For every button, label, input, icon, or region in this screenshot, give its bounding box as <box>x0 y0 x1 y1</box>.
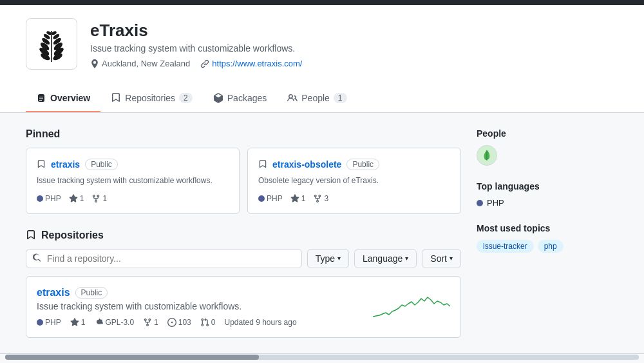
search-input[interactable] <box>26 249 302 268</box>
horizontal-scrollbar[interactable] <box>0 353 644 361</box>
repo-row-etraxis: etraxis Public Issue tracking system wit… <box>26 276 461 338</box>
lang-item-php: PHP <box>477 198 618 208</box>
pinned-card-lang-2: PHP <box>258 194 283 203</box>
search-icon <box>32 253 41 264</box>
pinned-lang-text-1: PHP <box>45 194 61 203</box>
lang-dot-2 <box>258 195 265 202</box>
sort-filter-button[interactable]: Sort ▾ <box>422 249 461 268</box>
org-location-text: Auckland, New Zealand <box>102 59 190 68</box>
sort-filter-label: Sort <box>430 253 447 264</box>
sidebar-topics-section: Most used topics issue-tracker php <box>477 223 618 253</box>
star-icon-1 <box>69 194 78 203</box>
language-filter-button[interactable]: Language ▾ <box>354 249 417 268</box>
pinned-card-visibility-2: Public <box>346 159 379 170</box>
repo-row-link[interactable]: etraxis <box>37 287 70 299</box>
fork-icon-1 <box>91 194 100 203</box>
packages-nav-icon <box>213 93 223 103</box>
pinned-forks-2[interactable]: 3 <box>313 194 328 203</box>
nav-tabs: Overview Repositories 2 Packages People … <box>26 85 618 112</box>
topic-issue-tracker[interactable]: issue-tracker <box>477 240 534 253</box>
repo-row-lang: PHP <box>37 318 61 327</box>
repo-icon-2 <box>258 160 267 169</box>
repo-row-issues[interactable]: 103 <box>167 318 191 327</box>
language-filter-chevron: ▾ <box>405 255 408 262</box>
repo-row-stats: PHP 1 GPL-3.0 1 <box>37 318 373 327</box>
tab-repositories[interactable]: Repositories 2 <box>100 85 203 112</box>
profile-header: eTraxis Issue tracking system with custo… <box>0 5 644 113</box>
repos-nav-icon <box>111 93 121 103</box>
tab-people[interactable]: People 1 <box>277 85 357 112</box>
right-sidebar: People Top languages PHP <box>477 128 618 338</box>
topics-list: issue-tracker php <box>477 240 618 253</box>
org-meta: Auckland, New Zealand https://www.etraxi… <box>90 59 302 68</box>
pinned-grid: etraxis Public Issue tracking system wit… <box>26 148 461 214</box>
sidebar-top-languages-title: Top languages <box>477 181 618 191</box>
repo-row-prs[interactable]: 0 <box>200 318 216 327</box>
repo-fork-icon <box>143 318 152 327</box>
repo-row-license: GPL-3.0 <box>94 318 134 327</box>
org-website[interactable]: https://www.etraxis.com/ <box>200 59 302 68</box>
profile-info: eTraxis Issue tracking system with custo… <box>26 18 618 80</box>
repositories-section-title: Repositories <box>26 230 461 241</box>
tab-overview[interactable]: Overview <box>26 85 100 112</box>
type-filter-chevron: ▾ <box>337 255 341 262</box>
pinned-lang-text-2: PHP <box>267 194 283 203</box>
pinned-card-lang-1: PHP <box>37 194 61 203</box>
pinned-card-desc-1: Issue tracking system with customizable … <box>37 175 229 186</box>
pinned-card-visibility-1: Public <box>85 159 118 170</box>
repo-row-name: etraxis Public <box>37 287 373 299</box>
lang-dot-1 <box>37 195 43 202</box>
repo-row-updated: Updated 9 hours ago <box>224 318 296 327</box>
type-filter-button[interactable]: Type ▾ <box>307 249 349 268</box>
repo-row-stars[interactable]: 1 <box>70 318 86 327</box>
prs-icon <box>200 318 209 327</box>
pinned-card-stats-1: PHP 1 1 <box>37 194 229 203</box>
tab-repositories-label: Repositories <box>125 93 175 103</box>
pinned-card-name-2[interactable]: etraxis-obsolete <box>272 159 341 170</box>
pinned-card-name-1[interactable]: etraxis <box>51 159 80 170</box>
overview-icon <box>36 93 46 103</box>
main-content: Pinned etraxis Public Issue tracking sys… <box>0 113 644 353</box>
repos-section-label: Repositories <box>41 230 104 241</box>
tab-repositories-badge: 2 <box>179 93 193 103</box>
fork-icon-2 <box>313 194 322 203</box>
org-name: eTraxis <box>90 21 302 41</box>
location-icon <box>90 59 99 68</box>
org-location: Auckland, New Zealand <box>90 59 190 68</box>
pinned-card-header-1: etraxis Public <box>37 159 229 170</box>
repo-lang-text: PHP <box>45 318 61 327</box>
org-description: Issue tracking system with customizable … <box>90 43 302 54</box>
sidebar-people-title: People <box>477 128 618 139</box>
search-input-wrap <box>26 249 302 268</box>
repo-row-left: etraxis Public Issue tracking system wit… <box>37 287 373 327</box>
tab-packages[interactable]: Packages <box>203 85 277 112</box>
tab-people-label: People <box>301 93 330 103</box>
repo-license-text: GPL-3.0 <box>105 318 134 327</box>
repo-star-icon <box>70 318 79 327</box>
org-website-text: https://www.etraxis.com/ <box>212 59 302 68</box>
repo-row-desc: Issue tracking system with customizable … <box>37 301 373 311</box>
tab-people-badge: 1 <box>334 93 347 103</box>
repo-lang-dot <box>37 319 43 326</box>
pinned-stars-1[interactable]: 1 <box>69 194 84 203</box>
pinned-forks-1[interactable]: 1 <box>91 194 107 203</box>
license-icon <box>94 318 103 327</box>
repo-row-forks[interactable]: 1 <box>143 318 158 327</box>
pinned-card-stats-2: PHP 1 3 <box>258 194 450 203</box>
repo-search-bar: Type ▾ Language ▾ Sort ▾ <box>26 249 461 268</box>
scrollbar-thumb[interactable] <box>5 355 259 360</box>
repos-section-icon <box>26 230 36 240</box>
repo-icon-1 <box>37 160 46 169</box>
people-avatars <box>477 145 618 166</box>
people-nav-icon <box>287 93 298 103</box>
pinned-stars-2[interactable]: 1 <box>290 194 306 203</box>
star-icon-2 <box>290 194 299 203</box>
pinned-card-desc-2: Obsolete legacy version of eTraxis. <box>258 175 450 186</box>
pinned-card-header-2: etraxis-obsolete Public <box>258 159 450 170</box>
sidebar-people-section: People <box>477 128 618 166</box>
lang-list: PHP <box>477 198 618 208</box>
person-avatar-1[interactable] <box>477 145 497 166</box>
pinned-section-title: Pinned <box>26 128 461 140</box>
type-filter-label: Type <box>316 253 335 264</box>
topic-php[interactable]: php <box>538 240 564 253</box>
